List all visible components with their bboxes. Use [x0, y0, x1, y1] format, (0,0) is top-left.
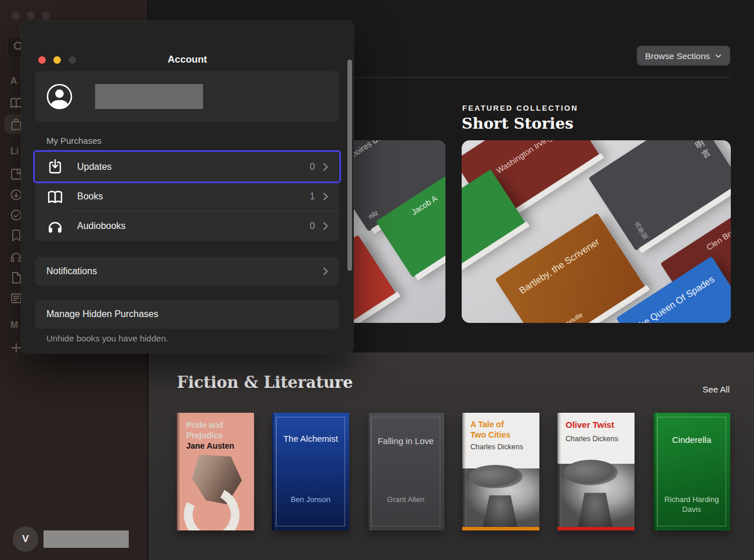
books-row[interactable]: Books 1 — [35, 181, 339, 211]
book-spine — [653, 413, 657, 530]
account-card[interactable] — [35, 71, 339, 122]
book-cover-oliver-twist[interactable]: Oliver Twist Charles Dickens — [557, 413, 635, 530]
sidebar-section-library: Li — [10, 146, 19, 157]
chevron-right-icon — [320, 191, 331, 202]
featured-book-title: Bartleby, the Scrivener — [512, 233, 607, 300]
author-portrait — [557, 464, 635, 527]
fiction-literature-section: Fiction & Literature See All Pride and P… — [148, 352, 754, 560]
window-minimize-button[interactable] — [27, 12, 35, 20]
featured-book-author: 馮夢龍 — [632, 220, 650, 241]
row-label: Updates — [77, 162, 112, 172]
square-arrow-down-icon — [46, 158, 64, 176]
book-title: Cinderella — [653, 435, 730, 445]
book-title: Falling in Love — [367, 436, 444, 446]
open-book-icon — [46, 188, 64, 205]
chevron-down-icon — [715, 52, 722, 60]
cover-border-frame — [371, 417, 440, 526]
book-shelf: Pride and Prejudice Jane Austen The Alch… — [177, 413, 730, 534]
manage-hidden-purchases-button[interactable]: Manage Hidden Purchases — [35, 300, 339, 329]
purchases-group: Updates 0 Books 1 — [35, 152, 339, 241]
book-cover-pride-and-prejudice[interactable]: Pride and Prejudice Jane Austen — [177, 413, 254, 530]
book-cover-a-tale-of-two-cities[interactable]: A Tale of Two Cities Charles Dickens — [462, 413, 539, 530]
row-count: 0 — [310, 221, 315, 231]
book-spine — [272, 413, 276, 530]
featured-collection-eyebrow: FEATURED COLLECTION — [462, 104, 578, 112]
notifications-row[interactable]: Notifications — [35, 257, 339, 286]
account-dialog: Account My Purchases — [21, 21, 354, 354]
my-purchases-label: My Purchases — [46, 136, 102, 146]
author-portrait — [462, 468, 539, 527]
row-label: Audiobooks — [77, 221, 126, 231]
audiobooks-row[interactable]: Audiobooks 0 — [35, 211, 339, 241]
row-label: Notifications — [46, 266, 97, 277]
book-spine — [557, 413, 561, 530]
updates-row[interactable]: Updates 0 — [35, 152, 339, 181]
row-label: Books — [77, 191, 103, 202]
book-author: Ben Jonson — [272, 495, 349, 504]
headphones-icon — [46, 217, 64, 235]
dialog-title: Account — [21, 54, 354, 66]
featured-book-title: rd du — [462, 180, 495, 229]
cover-accent-strip — [557, 527, 635, 530]
featured-card-short-stories[interactable]: Washington Irving 喻世明言馮夢龍 rd du Bartleby… — [462, 140, 731, 323]
chevron-right-icon — [320, 266, 331, 277]
row-count: 0 — [310, 162, 315, 172]
redacted-account-name — [44, 530, 129, 548]
book-author: Charles Dickens — [566, 435, 618, 443]
book-spine — [367, 413, 371, 530]
book-title: Oliver Twist — [566, 420, 614, 430]
cover-accent-strip — [462, 527, 539, 530]
featured-book-title: The Queen Of Spades — [630, 272, 719, 323]
book-author: Grant Allen — [367, 495, 444, 504]
featured-book-title: 喻世明言 — [680, 140, 713, 162]
row-count: 1 — [310, 191, 315, 202]
book-author: Richard Harding Davis — [659, 495, 724, 515]
person-crop-circle-icon — [46, 83, 73, 110]
see-all-link[interactable]: See All — [702, 384, 730, 394]
book-title: A Tale of Two Cities — [470, 420, 517, 440]
row-label: Manage Hidden Purchases — [46, 309, 158, 319]
featured-collection-title: Short Stories — [462, 115, 574, 132]
chevron-right-icon — [320, 220, 331, 232]
book-spine — [462, 413, 466, 530]
sidebar-section-my-collections: M — [10, 320, 18, 330]
book-title: Pride and Prejudice — [186, 420, 238, 441]
window-close-button[interactable] — [12, 12, 20, 20]
book-author: Jane Austen — [186, 441, 234, 450]
book-cover-falling-in-love[interactable]: Falling in Love Grant Allen — [367, 413, 444, 530]
browse-sections-button[interactable]: Browse Sections — [637, 46, 730, 66]
book-title: The Alchemist — [272, 434, 349, 443]
book-cover-the-alchemist[interactable]: The Alchemist Ben Jonson — [272, 413, 349, 530]
chevron-right-icon — [320, 161, 331, 173]
sidebar-account-footer: V — [0, 518, 148, 560]
section-title: Fiction & Literature — [177, 373, 353, 391]
books-app-window: A Li M — [0, 0, 754, 560]
window-traffic-lights — [12, 12, 50, 20]
user-avatar[interactable]: V — [13, 526, 38, 552]
window-zoom-button[interactable] — [42, 12, 50, 20]
unhide-caption: Unhide books you have hidden. — [46, 333, 168, 343]
book-cover-cinderella[interactable]: Cinderella Richard Harding Davis — [653, 413, 730, 530]
book-author: Charles Dickens — [470, 443, 523, 451]
dialog-scrollbar-thumb[interactable] — [347, 60, 352, 271]
sidebar-section-apple-books: A — [10, 76, 17, 86]
book-spine — [177, 413, 181, 530]
redacted-account-name — [95, 84, 203, 109]
browse-sections-label: Browse Sections — [645, 51, 710, 61]
